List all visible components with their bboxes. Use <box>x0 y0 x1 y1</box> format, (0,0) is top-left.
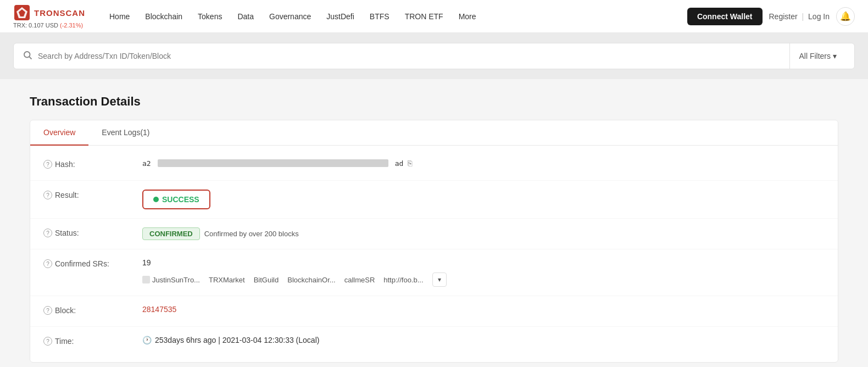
list-item: http://foo.b... <box>383 276 423 284</box>
nav-blockchain[interactable]: Blockchain <box>138 9 189 24</box>
list-item: BitGuild <box>254 276 279 284</box>
svg-point-3 <box>24 52 30 58</box>
detail-table: ? Hash: a2 ad ⎘ ? Result: <box>30 146 838 362</box>
confirmed-srs-label: ? Confirmed SRs: <box>43 258 142 268</box>
success-dot <box>153 197 159 202</box>
chevron-down-icon: ▾ <box>833 52 837 60</box>
status-row: ? Status: CONFIRMED Confirmed by over 20… <box>30 219 838 249</box>
search-bar: All Filters ▾ <box>0 33 868 79</box>
block-help-icon[interactable]: ? <box>43 306 52 315</box>
hash-display: a2 ad ⎘ <box>142 159 412 168</box>
register-link[interactable]: Register <box>769 12 798 21</box>
block-label: ? Block: <box>43 305 142 315</box>
confirmed-badge: CONFIRMED <box>142 227 200 240</box>
notifications-icon-button[interactable]: 🔔 <box>836 7 855 26</box>
status-label: ? Status: <box>43 227 142 237</box>
all-filters-button[interactable]: All Filters ▾ <box>789 43 845 69</box>
nav-tokens[interactable]: Tokens <box>191 9 229 24</box>
hash-label: ? Hash: <box>43 159 142 169</box>
svg-line-4 <box>29 57 31 59</box>
connect-wallet-button[interactable]: Connect Wallet <box>687 8 763 25</box>
result-label: ? Result: <box>43 190 142 199</box>
status-help-icon[interactable]: ? <box>43 229 52 237</box>
nav-home[interactable]: Home <box>103 9 136 24</box>
confirmed-desc: Confirmed by over 200 blocks <box>204 230 299 238</box>
sr-name-4[interactable]: callmeSR <box>344 276 375 284</box>
bell-icon: 🔔 <box>840 11 851 21</box>
list-item: JustinSunTro... <box>142 276 200 284</box>
nav-auth: Register | Log In <box>769 12 830 21</box>
result-value-area: SUCCESS <box>142 190 825 209</box>
nav-governance[interactable]: Governance <box>263 9 318 24</box>
tabs-wrapper: Overview Event Logs(1) ? Hash: a2 ad ⎘ <box>30 120 838 363</box>
time-row: ? Time: 🕐 253days 6hrs ago | 2021-03-04 … <box>30 327 838 358</box>
logo-text: TRONSCAN <box>34 8 85 18</box>
tronscan-logo-icon <box>13 4 31 21</box>
sr-count: 19 <box>142 258 151 267</box>
tab-overview[interactable]: Overview <box>30 120 88 146</box>
tab-event-logs[interactable]: Event Logs(1) <box>88 120 163 146</box>
tabs-header: Overview Event Logs(1) <box>30 120 838 146</box>
auth-divider: | <box>802 12 804 21</box>
sr-icon-0 <box>142 276 150 283</box>
chevron-down-icon: ▾ <box>438 276 441 283</box>
nav-btfs[interactable]: BTFS <box>363 9 396 24</box>
hash-help-icon[interactable]: ? <box>43 160 52 169</box>
confirmed-srs-row: ? Confirmed SRs: 19 JustinSunTro... TRXM… <box>30 249 838 296</box>
result-help-icon[interactable]: ? <box>43 191 52 199</box>
login-link[interactable]: Log In <box>808 12 830 21</box>
hash-suffix: ad <box>395 159 404 168</box>
confirmed-srs-help-icon[interactable]: ? <box>43 259 52 268</box>
time-label: ? Time: <box>43 336 142 346</box>
result-row: ? Result: SUCCESS <box>30 181 838 219</box>
sr-name-3[interactable]: BlockchainOr... <box>287 276 335 284</box>
nav-data[interactable]: Data <box>231 9 260 24</box>
navbar: TRONSCAN TRX: 0.107 USD (-2.31%) Home Bl… <box>0 0 868 33</box>
hash-prefix: a2 <box>142 159 151 168</box>
sr-name-2[interactable]: BitGuild <box>254 276 279 284</box>
search-input[interactable] <box>38 52 789 60</box>
sr-name-1[interactable]: TRXMarket <box>209 276 245 284</box>
nav-more[interactable]: More <box>452 9 483 24</box>
trx-price: TRX: 0.107 USD (-2.31%) <box>13 22 85 29</box>
sr-name-5[interactable]: http://foo.b... <box>383 276 423 284</box>
clock-icon: 🕐 <box>142 336 152 344</box>
list-item: TRXMarket <box>209 276 245 284</box>
hash-value: a2 ad ⎘ <box>142 159 825 168</box>
hash-row: ? Hash: a2 ad ⎘ <box>30 150 838 181</box>
result-text: SUCCESS <box>162 195 199 204</box>
copy-icon[interactable]: ⎘ <box>408 159 412 168</box>
block-number-link[interactable]: 28147535 <box>142 305 176 314</box>
sr-list: JustinSunTro... TRXMarket BitGuild Block… <box>142 273 447 287</box>
hash-redacted-bar <box>158 159 388 167</box>
result-success-box: SUCCESS <box>142 190 210 209</box>
list-item: callmeSR <box>344 276 375 284</box>
main-content: Transaction Details Overview Event Logs(… <box>16 79 852 367</box>
search-icon <box>23 50 32 63</box>
nav-links: Home Blockchain Tokens Data Governance J… <box>103 9 687 24</box>
time-display: 🕐 253days 6hrs ago | 2021-03-04 12:30:33… <box>142 336 319 344</box>
page-title: Transaction Details <box>30 94 838 109</box>
sr-expand-button[interactable]: ▾ <box>432 273 447 287</box>
block-row: ? Block: 28147535 <box>30 296 838 327</box>
block-value-area: 28147535 <box>142 305 825 314</box>
nav-tron-etf[interactable]: TRON ETF <box>398 9 450 24</box>
confirmed-srs-value: 19 JustinSunTro... TRXMarket BitGuild <box>142 258 825 287</box>
time-value-area: 🕐 253days 6hrs ago | 2021-03-04 12:30:33… <box>142 336 825 344</box>
nav-justdefi[interactable]: JustDefi <box>320 9 361 24</box>
list-item: BlockchainOr... <box>287 276 335 284</box>
time-text: 253days 6hrs ago | 2021-03-04 12:30:33 (… <box>155 336 319 344</box>
nav-right: Connect Wallet Register | Log In 🔔 <box>687 7 855 26</box>
time-help-icon[interactable]: ? <box>43 337 52 346</box>
search-inner: All Filters ▾ <box>13 43 855 69</box>
sr-name-0[interactable]: JustinSunTro... <box>152 276 200 284</box>
logo-area: TRONSCAN TRX: 0.107 USD (-2.31%) <box>13 4 85 29</box>
status-value-area: CONFIRMED Confirmed by over 200 blocks <box>142 227 825 240</box>
